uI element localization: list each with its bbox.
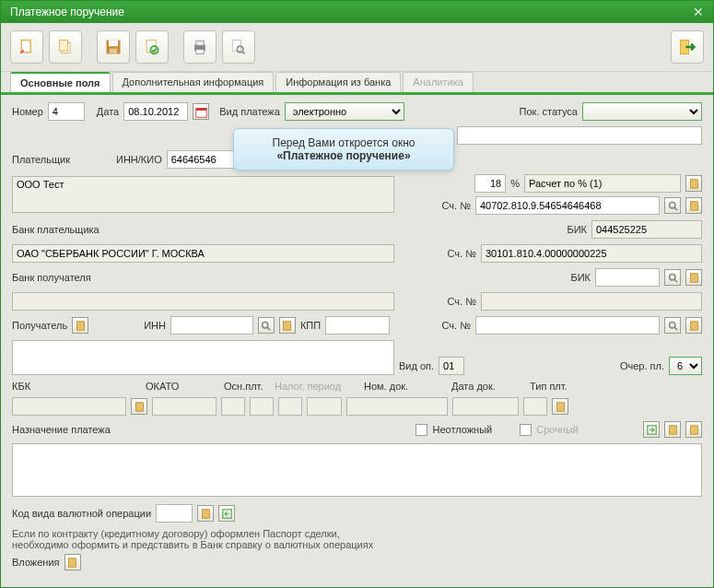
urgent2-label: Срочный [536,424,579,435]
payer-bank-label: Банк плательщика [12,224,399,235]
urgent1-checkbox[interactable] [416,424,427,436]
payer-bank-sch-input[interactable] [481,244,702,263]
currency-code-input[interactable] [156,504,193,523]
payer-label: Плательщик [12,154,111,165]
search-icon[interactable] [664,317,681,334]
nalog3-input[interactable] [307,397,342,416]
svg-rect-10 [196,41,204,45]
tipplt-label: Тип плт. [530,381,568,392]
sum-input[interactable] [457,126,702,145]
vop-input[interactable] [439,357,464,375]
book-icon[interactable] [664,421,681,438]
status-select[interactable] [582,102,702,121]
kbk-input[interactable] [12,397,126,416]
payer-bank-bik-input[interactable] [591,220,702,239]
hint-tooltip: Перед Вами откроется окно «Платежное пор… [233,128,454,171]
book-icon[interactable] [64,554,81,570]
nalog1-input[interactable] [250,397,274,416]
payer-bank-sch-label: Сч. № [448,248,476,259]
recv-bank-sch-input[interactable] [481,292,702,311]
svg-rect-34 [69,558,76,566]
ocher-label: Очер. пл. [620,360,664,371]
purpose-textarea[interactable] [12,443,702,497]
urgent2-checkbox[interactable] [520,424,532,436]
recv-label: Получатель [12,320,67,331]
paytype-label: Вид платежа [219,106,280,117]
book-icon[interactable] [279,317,296,334]
book-icon[interactable] [685,317,702,334]
calendar-icon[interactable] [193,103,209,120]
vop-label: Вид оп. [399,360,434,371]
book-icon[interactable] [685,197,702,214]
tab-additional[interactable]: Дополнительная информация [112,72,275,92]
okato-label: ОКАТО [146,381,219,392]
currency-code-label: Код вида валютной операции [12,508,151,519]
payer-inn-input[interactable] [167,150,240,169]
recv-inn-input[interactable] [170,316,253,335]
tab-main[interactable]: Основные поля [10,72,111,92]
form-content: Перед Вами откроется окно «Платежное пор… [1,95,713,583]
toolbar [1,23,713,72]
datadok-label: Дата док. [451,381,525,392]
purpose-label: Назначение платежа [12,424,111,435]
export-icon[interactable] [218,505,235,522]
book-icon[interactable] [197,505,214,522]
search-icon[interactable] [664,197,681,214]
exit-button[interactable] [671,30,704,64]
okato-input[interactable] [152,397,217,416]
recv-bank-bik-label: БИК [570,272,591,283]
book-icon[interactable] [685,269,702,286]
new-doc-button[interactable] [10,30,43,64]
book-icon[interactable] [685,421,702,438]
payer-sch-input[interactable] [475,196,660,215]
print-button[interactable] [183,30,217,64]
recv-name-input[interactable] [12,340,394,375]
svg-point-25 [669,322,674,327]
preview-button[interactable] [222,30,255,64]
ocher-select[interactable]: 6 [669,357,702,375]
tab-analytics: Аналитика [403,72,473,92]
svg-point-23 [263,322,268,327]
pct-input[interactable] [474,174,506,193]
tooltip-line1: Перед Вами откроется окно [245,136,442,149]
recv-bank-name-input[interactable] [12,292,394,311]
date-input[interactable] [123,102,188,121]
search-icon[interactable] [664,269,681,286]
recv-bank-sch-label: Сч. № [448,296,476,307]
sign-button[interactable] [135,30,169,64]
recv-bank-label: Банк получателя [12,272,399,283]
pct-book-icon[interactable] [685,175,702,192]
svg-rect-30 [669,425,676,433]
paytype-select[interactable]: электронно [285,102,404,121]
book-icon[interactable] [72,317,88,334]
recv-sch-label: Сч. № [442,320,471,331]
tipplt-input[interactable] [523,397,547,416]
recv-bank-bik-input[interactable] [595,268,660,287]
svg-rect-17 [690,179,697,187]
payer-inn-label: ИНН/КИО [116,154,162,165]
save-button[interactable] [97,30,130,64]
tab-bankinfo[interactable]: Информация из банка [275,72,401,92]
window-title: Платежное поручение [10,6,124,18]
nalog2-input[interactable] [278,397,302,416]
number-input[interactable] [48,102,85,121]
recv-kpp-input[interactable] [325,316,390,335]
payer-name-input[interactable]: ООО Тест [12,176,394,213]
close-icon[interactable]: ✕ [693,5,704,19]
payer-bank-name-input[interactable] [12,244,394,263]
book-icon[interactable] [131,398,147,415]
import-icon[interactable] [643,421,660,438]
kbk-label: КБК [12,381,141,392]
book-icon[interactable] [552,398,568,415]
payer-sch-label: Сч. № [442,200,471,211]
copy-button[interactable] [49,30,82,64]
recv-kpp-label: КПП [300,320,321,331]
payer-bank-bik-label: БИК [567,224,587,235]
search-icon[interactable] [258,317,275,334]
svg-rect-3 [59,41,67,52]
recv-sch-input[interactable] [475,316,660,335]
pct-calc-input[interactable] [524,174,681,193]
osn-input[interactable] [221,397,245,416]
nomdok-input[interactable] [346,397,448,416]
datadok-input[interactable] [452,397,519,416]
